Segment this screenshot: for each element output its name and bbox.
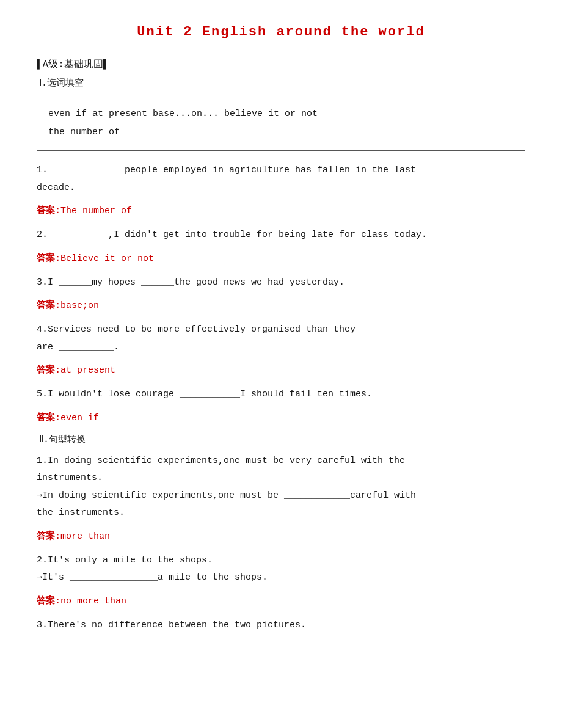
sq1-text3: →In doing scientific experiments,one mus… <box>37 487 525 505</box>
q4-text1: 4.Services need to be more effectively o… <box>37 321 525 339</box>
sq1-text2: instruments. <box>37 470 525 487</box>
sa2-label: 答案: <box>37 596 60 606</box>
sq2-text1: 2.It's only a mile to the shops. <box>37 552 525 570</box>
sq1-text4: the instruments. <box>37 504 525 522</box>
q4-text2: are __________. <box>37 339 525 357</box>
sentence-question-1: 1.In doing scientific experiments,one mu… <box>37 453 525 522</box>
question-5: 5.I wouldn't lose courage ___________I s… <box>37 386 525 404</box>
sq2-text3: →It's ________________a mile to the shop… <box>37 569 525 587</box>
sq1-text1: 1.In doing scientific experiments,one mu… <box>37 453 525 470</box>
sa2-text: no more than <box>60 596 126 606</box>
question-3: 3.I ______my hopes ______the good news w… <box>37 274 525 292</box>
question-4: 4.Services need to be more effectively o… <box>37 321 525 356</box>
answer-3-label: 答案: <box>37 300 60 311</box>
answer-5-text: even if <box>60 413 99 423</box>
wordbox-line2: the number of <box>48 123 514 142</box>
q1-text2: decade. <box>37 180 525 197</box>
sentence-answer-2: 答案:no more than <box>37 593 525 610</box>
subsection2-header: Ⅱ.句型转换 <box>39 434 525 445</box>
section-a-header: ▌A级:基础巩固▌ <box>37 58 525 71</box>
sentence-answer-1: 答案:more than <box>37 528 525 545</box>
wordbox-line1: even if at present base...on... believe … <box>48 105 514 123</box>
sentence-question-2: 2.It's only a mile to the shops. →It's _… <box>37 552 525 587</box>
answer-3: 答案:base;on <box>37 297 525 314</box>
answer-1: 答案:The number of <box>37 203 525 219</box>
answer-1-label: 答案: <box>37 206 60 216</box>
word-box: even if at present base...on... believe … <box>37 96 525 151</box>
section-a-label: ▌A级:基础巩固▌ <box>37 58 109 71</box>
sq3-text1: 3.There's no difference between the two … <box>37 617 525 635</box>
page-title: Unit 2 English around the world <box>37 24 525 40</box>
answer-5: 答案:even if <box>37 410 525 426</box>
answer-5-label: 答案: <box>37 413 60 423</box>
question-1: 1. ____________ people employed in agric… <box>37 162 525 197</box>
answer-4-text: at present <box>60 365 115 376</box>
answer-4: 答案:at present <box>37 362 525 379</box>
subsection1-header: Ⅰ.选词填空 <box>39 77 525 89</box>
answer-3-text: base;on <box>60 300 99 311</box>
q1-text1: 1. ____________ people employed in agric… <box>37 162 525 180</box>
sentence-question-3: 3.There's no difference between the two … <box>37 617 525 635</box>
answer-2-text: Believe it or not <box>60 253 154 264</box>
answer-1-text: The number of <box>60 206 132 216</box>
answer-2-label: 答案: <box>37 253 60 264</box>
q3-text1: 3.I ______my hopes ______the good news w… <box>37 274 525 292</box>
answer-4-label: 答案: <box>37 365 60 376</box>
sa1-label: 答案: <box>37 531 60 542</box>
q2-text1: 2.___________,I didn't get into trouble … <box>37 227 525 244</box>
sa1-text: more than <box>60 531 110 542</box>
answer-2: 答案:Believe it or not <box>37 250 525 267</box>
q5-text1: 5.I wouldn't lose courage ___________I s… <box>37 386 525 404</box>
question-2: 2.___________,I didn't get into trouble … <box>37 227 525 244</box>
